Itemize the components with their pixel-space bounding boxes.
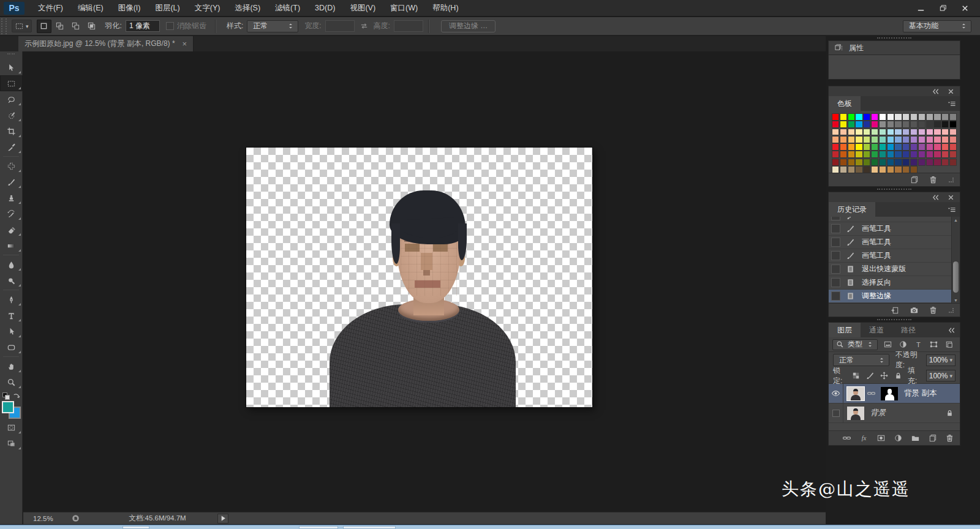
new-group-icon[interactable] bbox=[911, 433, 920, 443]
color-swatch[interactable] bbox=[832, 129, 839, 136]
menu-item[interactable]: 滤镜(T) bbox=[268, 0, 307, 17]
color-swatch[interactable] bbox=[840, 143, 847, 151]
gradient-tool[interactable] bbox=[0, 238, 23, 253]
color-swatch[interactable] bbox=[848, 159, 855, 166]
color-swatch[interactable] bbox=[871, 129, 878, 136]
layer-mask-thumbnail[interactable] bbox=[881, 387, 898, 400]
color-swatch[interactable] bbox=[855, 129, 862, 136]
menu-item[interactable]: 窗口(W) bbox=[383, 0, 425, 17]
new-swatch-icon[interactable] bbox=[910, 175, 919, 184]
clone-stamp-tool[interactable] bbox=[0, 190, 23, 206]
crop-tool[interactable] bbox=[0, 123, 23, 139]
minimize-button[interactable] bbox=[911, 2, 930, 14]
color-swatch[interactable] bbox=[910, 151, 918, 158]
delete-layer-icon[interactable] bbox=[945, 433, 954, 443]
color-swatch[interactable] bbox=[918, 159, 925, 166]
fill-field[interactable]: 100%▾ bbox=[926, 370, 956, 381]
resize-grip[interactable] bbox=[949, 308, 954, 313]
color-swatch[interactable] bbox=[910, 143, 918, 151]
path-selection-tool[interactable] bbox=[0, 323, 23, 339]
color-swatch[interactable] bbox=[926, 129, 933, 136]
dock-grip[interactable] bbox=[828, 187, 960, 192]
history-brush-tool[interactable] bbox=[0, 206, 23, 222]
color-swatch[interactable] bbox=[918, 136, 925, 143]
color-swatch[interactable] bbox=[894, 151, 902, 158]
layer-row[interactable]: 背景 副本 bbox=[829, 384, 960, 403]
intersect-selection-button[interactable] bbox=[85, 20, 99, 33]
close-panel-icon[interactable] bbox=[946, 193, 956, 202]
color-swatch[interactable] bbox=[894, 136, 902, 143]
color-swatch[interactable] bbox=[918, 113, 925, 121]
layer-thumbnail[interactable] bbox=[847, 387, 864, 400]
rectangular-marquee-tool[interactable] bbox=[0, 75, 23, 91]
tab-history[interactable]: 历史记录 bbox=[829, 202, 875, 217]
history-source-well[interactable] bbox=[831, 238, 840, 247]
lasso-tool[interactable] bbox=[0, 91, 23, 107]
color-swatch[interactable] bbox=[933, 136, 941, 143]
options-grip[interactable] bbox=[1, 18, 7, 34]
color-swatch[interactable] bbox=[871, 151, 878, 158]
color-swatch[interactable] bbox=[941, 136, 949, 143]
color-swatch[interactable] bbox=[887, 113, 894, 121]
color-swatch[interactable] bbox=[933, 151, 941, 158]
color-swatch[interactable] bbox=[887, 136, 894, 143]
pasteboard[interactable] bbox=[23, 51, 826, 512]
color-swatch[interactable] bbox=[949, 113, 957, 121]
hand-tool[interactable] bbox=[0, 358, 23, 374]
swap-dimensions-icon[interactable] bbox=[360, 21, 369, 31]
height-input[interactable] bbox=[394, 20, 423, 32]
status-menu-button[interactable] bbox=[217, 514, 228, 523]
zoom-tool[interactable] bbox=[0, 374, 23, 390]
scrollbar-thumb[interactable] bbox=[953, 261, 959, 293]
color-swatch[interactable] bbox=[840, 159, 847, 166]
color-swatch[interactable] bbox=[949, 143, 957, 151]
menu-item[interactable]: 图像(I) bbox=[111, 0, 148, 17]
color-swatch[interactable] bbox=[926, 159, 933, 166]
color-swatch[interactable] bbox=[926, 121, 933, 128]
color-swatch[interactable] bbox=[879, 166, 886, 173]
color-swatch[interactable] bbox=[840, 113, 847, 121]
color-swatch[interactable] bbox=[848, 129, 855, 136]
color-swatch[interactable] bbox=[855, 121, 862, 128]
color-swatch[interactable] bbox=[894, 166, 902, 173]
menu-item[interactable]: 帮助(H) bbox=[425, 0, 466, 17]
history-state-row[interactable]: 退出快速蒙版 bbox=[829, 263, 960, 276]
color-swatch[interactable] bbox=[887, 143, 894, 151]
close-button[interactable] bbox=[956, 2, 974, 14]
color-swatch[interactable] bbox=[848, 151, 855, 158]
close-panel-icon[interactable] bbox=[946, 87, 956, 96]
color-swatch[interactable] bbox=[840, 136, 847, 143]
color-swatch[interactable] bbox=[848, 136, 855, 143]
color-swatch[interactable] bbox=[887, 129, 894, 136]
tab-layers[interactable]: 图层 bbox=[829, 323, 861, 337]
history-state-row[interactable]: 画笔工具 bbox=[829, 222, 960, 236]
color-swatch[interactable] bbox=[949, 121, 957, 128]
dock-grip[interactable] bbox=[828, 317, 960, 322]
layer-style-icon[interactable]: fx bbox=[859, 433, 869, 443]
color-swatch[interactable] bbox=[871, 121, 878, 128]
blur-tool[interactable] bbox=[0, 257, 23, 272]
history-source-well[interactable] bbox=[831, 291, 840, 301]
color-swatch[interactable] bbox=[848, 121, 855, 128]
color-swatch[interactable] bbox=[832, 143, 839, 151]
spot-healing-brush-tool[interactable] bbox=[0, 158, 23, 174]
color-swatch[interactable] bbox=[832, 151, 839, 158]
rounded-rectangle-tool[interactable] bbox=[0, 339, 23, 355]
swap-colors-icon[interactable] bbox=[12, 392, 21, 402]
color-swatch[interactable] bbox=[848, 143, 855, 151]
color-swatch[interactable] bbox=[871, 136, 878, 143]
menu-item[interactable]: 图层(L) bbox=[148, 0, 187, 17]
color-swatch[interactable] bbox=[871, 113, 878, 121]
color-swatch[interactable] bbox=[840, 121, 847, 128]
color-swatch[interactable] bbox=[863, 136, 870, 143]
canvas-document[interactable] bbox=[246, 148, 592, 407]
color-swatch[interactable] bbox=[879, 136, 886, 143]
dock-grip[interactable] bbox=[828, 36, 960, 40]
tab-channels[interactable]: 通道 bbox=[861, 323, 892, 337]
foreground-color-swatch[interactable] bbox=[2, 401, 14, 413]
style-select[interactable]: 正常 bbox=[247, 20, 298, 32]
new-adjustment-layer-icon[interactable] bbox=[894, 433, 903, 443]
zoom-level-field[interactable]: 12.5% bbox=[33, 515, 65, 522]
link-layers-icon[interactable] bbox=[842, 433, 851, 443]
tab-paths[interactable]: 路径 bbox=[892, 323, 924, 337]
